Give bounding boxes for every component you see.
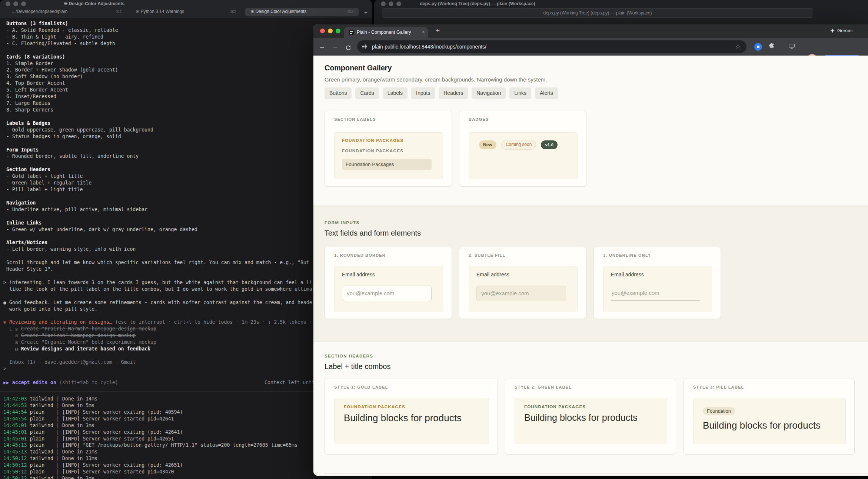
close-window-button[interactable] (6, 1, 10, 6)
combo-eyebrow: FOUNDATION PACKAGES (344, 405, 405, 409)
terminal-tab-shortcut: ⌘1 (116, 9, 122, 14)
terminal-titlebar: ✳ Design Color Adjustments .../Developer… (0, 0, 372, 18)
nav-cards[interactable]: Cards (355, 87, 379, 99)
sample-box: FOUNDATION PACKAGES FOUNDATION PACKAGES … (334, 132, 443, 179)
zoom-window-button[interactable] (336, 29, 340, 33)
terminal-tab-warnings[interactable]: ✳ Python 3.14 Warnings ⌘2 (130, 8, 242, 16)
sample-box: Email address you@example.com (603, 266, 712, 312)
card-label: 2. SUBTLE FILL (469, 253, 505, 257)
email-input-fill[interactable]: you@example.com (476, 286, 566, 301)
muted-label-sample: FOUNDATION PACKAGES (342, 149, 403, 153)
email-field-label: Email address (342, 272, 375, 277)
context-left-indicator: Context left unti (265, 379, 315, 386)
email-field-label: Email address (611, 272, 644, 277)
underline-input-card: 3. UNDERLINE ONLY Email address you@exam… (593, 247, 721, 319)
terminal-tab-shortcut: ⌘3 (347, 9, 353, 14)
forward-button[interactable]: → (330, 41, 340, 52)
badge-coming-soon: Coming soon (501, 140, 536, 150)
zoom-window-button[interactable] (396, 1, 401, 6)
terminal-tab-project[interactable]: .../Developer/dropseed/plain ⌘1 (7, 8, 127, 16)
card-label: STYLE 1: GOLD LABEL (334, 385, 388, 389)
page-content: Component Gallery Green primary, orange/… (313, 56, 868, 476)
browser-window: Plain - Component Gallery × + Gemini ← →… (313, 24, 868, 476)
terminal-tab-label: .../Developer/dropseed/plain (12, 9, 67, 14)
sample-box: Foundation Building blocks for products (693, 398, 846, 444)
terminal-new-tab-button[interactable]: + (364, 9, 368, 15)
terminal-window-title: ✳ Design Color Adjustments (64, 1, 124, 6)
form-inputs-title: Text fields and form elements (325, 229, 421, 237)
terminal-tab-design-color-adjustments[interactable]: ✳ Design Color Adjustments ⌘3 (245, 8, 359, 16)
terminal-tab-shortcut: ⌘2 (230, 9, 236, 14)
section-labels-card: SECTION LABELS FOUNDATION PACKAGES FOUND… (325, 111, 452, 187)
pill-label-sample: Foundation Packages (342, 159, 432, 170)
placeholder-text: you@example.com (612, 286, 659, 300)
card-label: STYLE 3: PILL LABEL (693, 385, 744, 389)
pinned-extension-icon[interactable] (754, 43, 762, 51)
component-nav: Buttons Cards Labels Inputs Headers Navi… (325, 87, 558, 99)
placeholder-text: you@example.com (347, 286, 395, 301)
device-monitor-icon[interactable] (788, 43, 795, 51)
card-label: SECTION LABELS (334, 117, 376, 122)
nav-links[interactable]: Links (509, 87, 531, 99)
site-settings-icon[interactable] (362, 44, 368, 51)
sample-box: Email address you@example.com (334, 266, 443, 312)
sample-box: FOUNDATION PACKAGES Building blocks for … (515, 398, 667, 444)
terminal-tab-label: ✳ Python 3.14 Warnings (136, 9, 184, 14)
browser-tab-component-gallery[interactable]: Plain - Component Gallery × (344, 27, 428, 38)
email-input-underline[interactable]: you@example.com (611, 286, 700, 301)
new-tab-button[interactable]: + (436, 27, 440, 35)
tab-close-icon[interactable]: × (422, 29, 425, 35)
green-label-combo-card: STYLE 2: GREEN LABEL FOUNDATION PACKAGES… (505, 379, 676, 455)
bookmark-star-icon[interactable]: ☆ (735, 40, 741, 53)
close-window-button[interactable] (320, 29, 325, 33)
reload-icon (345, 45, 351, 51)
page-title: Component Gallery (325, 64, 392, 72)
rounded-border-input-card: 1. ROUNDED BORDER Email address you@exam… (325, 247, 452, 319)
combo-title: Building blocks for products (703, 420, 821, 431)
nav-inputs[interactable]: Inputs (411, 87, 435, 99)
close-window-button[interactable] (381, 1, 386, 6)
mode-arrows-icon: ▶▶ (3, 380, 9, 385)
address-bar[interactable]: plain-public.localhost:8443/mockups/comp… (357, 40, 746, 53)
nav-headers[interactable]: Headers (439, 87, 468, 99)
card-label: 3. UNDERLINE ONLY (603, 253, 651, 257)
card-label: STYLE 2: GREEN LABEL (515, 385, 572, 389)
mode-label: accept edits on (9, 380, 56, 385)
gold-label-sample: FOUNDATION PACKAGES (342, 138, 403, 143)
tab-favicon-icon (349, 30, 354, 35)
subtle-fill-input-card: 2. SUBTLE FILL Email address you@example… (459, 247, 586, 319)
browser-tabstrip: Plain - Component Gallery × + Gemini (313, 24, 868, 38)
pill-label-text: Foundation Packages (346, 159, 394, 170)
nav-navigation[interactable]: Navigation (472, 87, 506, 99)
minimize-window-button[interactable] (328, 29, 333, 33)
editor-command-center[interactable]: deps.py (Working Tree) (deps.py) — plain… (382, 8, 813, 18)
minimize-window-button[interactable] (389, 1, 393, 6)
section-headers-title: Label + title combos (325, 362, 390, 371)
badge-new: New (479, 140, 496, 149)
badge-version: v1.0 (541, 140, 557, 149)
reload-button[interactable] (343, 44, 353, 54)
mode-hint: (shift+tab to cycle) (56, 380, 118, 385)
minimize-window-button[interactable] (13, 1, 18, 6)
log-line: 14:50:12 tailwind | Done in 3ms (3, 475, 372, 479)
gemini-sparkle-icon (830, 28, 835, 33)
nav-labels[interactable]: Labels (383, 87, 408, 99)
badges-row: New Coming soon v1.0 (479, 140, 558, 150)
next-section-divider (325, 473, 868, 474)
back-button[interactable]: ← (317, 41, 327, 52)
combo-pill-label: Foundation (703, 407, 735, 415)
zoom-window-button[interactable] (21, 1, 26, 6)
terminal-tab-label: ✳ Design Color Adjustments (250, 9, 306, 14)
page-subtitle: Green primary, orange/warm secondary, cr… (325, 76, 547, 83)
combo-eyebrow: FOUNDATION PACKAGES (524, 405, 586, 409)
nav-buttons[interactable]: Buttons (325, 87, 352, 99)
extensions-puzzle-icon[interactable] (768, 43, 775, 51)
gemini-button[interactable]: Gemini (830, 28, 852, 33)
sample-box: FOUNDATION PACKAGES Building blocks for … (334, 398, 489, 444)
sample-box: Email address you@example.com (469, 266, 578, 312)
card-label: BADGES (469, 117, 489, 122)
url-text: plain-public.localhost:8443/mockups/comp… (372, 40, 486, 53)
nav-alerts[interactable]: Alerts (535, 87, 558, 99)
email-input-rounded[interactable]: you@example.com (342, 286, 432, 301)
gold-label-combo-card: STYLE 1: GOLD LABEL FOUNDATION PACKAGES … (325, 379, 498, 455)
